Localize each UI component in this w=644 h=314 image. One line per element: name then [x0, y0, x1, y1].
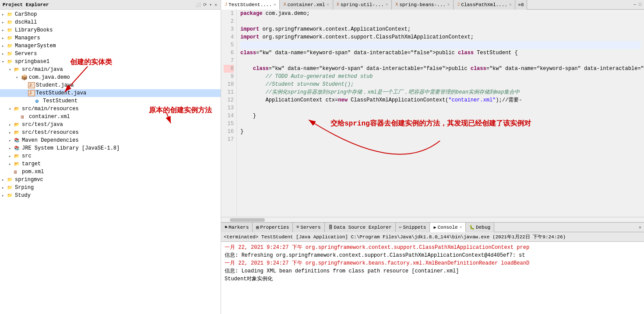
tree-label-teststudent-class: TestStudent: [43, 98, 77, 104]
tree-item-container-xml[interactable]: ⊞container.xml: [0, 113, 221, 121]
tree-arrow-managersystem[interactable]: ▸: [2, 44, 7, 49]
tree-item-librarybooks[interactable]: ▸📁LibraryBooks: [0, 26, 221, 34]
tree-label-container-xml: container.xml: [29, 114, 70, 120]
console-close-icon[interactable]: ✕: [636, 225, 644, 230]
menu-icon[interactable]: ▾: [208, 2, 213, 8]
tree-arrow-springmvc[interactable]: ▸: [2, 178, 7, 182]
tree-item-carshop[interactable]: ▸📁CarShop: [0, 10, 221, 18]
tab-spring-beans[interactable]: X spring-beans-... ✕: [392, 0, 454, 10]
tab-debug[interactable]: 🐛 Debug: [466, 223, 494, 232]
tree-label-librarybooks: LibraryBooks: [15, 27, 53, 33]
tab-close-spring-beans[interactable]: ✕: [447, 2, 450, 7]
tree-arrow-maven-dependencies[interactable]: ▸: [9, 138, 14, 143]
tree-arrow-target[interactable]: ▸: [9, 162, 14, 167]
package-icon: 📦: [21, 74, 28, 81]
line-num-17: 17: [224, 136, 234, 143]
tree-arrow-springbase1[interactable]: ▾: [2, 59, 7, 64]
code-line-17: [240, 136, 640, 143]
tree-label-maven-dependencies: Maven Dependencies: [22, 137, 79, 143]
tab-console-label: Console: [437, 225, 457, 230]
tree-item-src-main-java[interactable]: ▾📂src/main/java: [0, 66, 221, 73]
panel-header-icons: ⬜ ⟳ ▾ ✕: [194, 2, 218, 8]
tab-close-teststudent[interactable]: ✕: [274, 2, 276, 7]
tree-arrow-src-main-resources[interactable]: ▾: [9, 107, 14, 112]
tab-properties[interactable]: ▤ Properties: [253, 223, 293, 232]
collapse-icon[interactable]: ⬜: [194, 2, 201, 8]
tree-item-study[interactable]: ▸📁Study: [0, 192, 221, 199]
tree-item-managersystem[interactable]: ▸📁ManagerSystem: [0, 42, 221, 50]
tree-item-src-test-java[interactable]: ▸📂src/test/java: [0, 121, 221, 129]
tree-arrow-com-java-demo[interactable]: ▾: [16, 75, 21, 80]
tree-arrow-study[interactable]: ▸: [2, 193, 7, 198]
tree-arrow-servers[interactable]: ▸: [2, 52, 7, 56]
tab-overflow[interactable]: »8: [515, 0, 527, 10]
tree-item-teststudent-java[interactable]: JTestStudent.java: [0, 89, 221, 97]
tree-item-student-java[interactable]: JStudent.java: [0, 81, 221, 89]
tree-arrow-src-test-resources[interactable]: ▸: [9, 130, 14, 135]
line-num-4: 4: [224, 33, 234, 41]
tree-arrow-src[interactable]: ▸: [9, 154, 14, 159]
tree-item-dschall[interactable]: ▸📁dscHall: [0, 18, 221, 26]
tree-arrow-jre-system[interactable]: ▸: [9, 146, 14, 151]
close-icon[interactable]: ✕: [214, 2, 218, 8]
code-content[interactable]: package com.java.demo;import org.springf…: [237, 10, 644, 217]
editor-inner[interactable]: 1234567891011121314151617 package com.ja…: [221, 10, 644, 217]
tree-container[interactable]: ▸📁CarShop▸📁dscHall▸📁LibraryBooks▸📁Manage…: [0, 10, 221, 314]
tree-arrow-src-test-java[interactable]: ▸: [9, 122, 14, 127]
line-num-8: 8: [224, 65, 234, 73]
editor-max-icon[interactable]: □: [638, 2, 642, 7]
code-line-8: class="kw" data-name="keyword-span" data…: [240, 65, 640, 73]
horizontal-scrollbar[interactable]: [221, 217, 644, 222]
tab-classpathxml[interactable]: J ClassPathXml.... ✕: [454, 0, 515, 10]
tree-arrow-managers[interactable]: ▸: [2, 36, 7, 41]
import-kw: import: [240, 34, 259, 40]
tree-item-src-test-resources[interactable]: ▸📂src/test/resources: [0, 129, 221, 136]
console-line: 一月 22, 2021 9:24:27 下午 org.springframewo…: [225, 244, 640, 251]
tab-snippets[interactable]: ✂ Snippets: [396, 223, 430, 232]
tree-label-src-main-java: src/main/java: [22, 66, 63, 73]
tab-label-spring-util: spring-util-...: [341, 2, 384, 7]
tree-item-com-java-demo[interactable]: ▾📦com.java.demo: [0, 73, 221, 81]
folder-icon-servers: 📁: [7, 51, 14, 56]
tree-arrow-srping[interactable]: ▸: [2, 185, 7, 190]
xml-icon: ⊞: [21, 114, 28, 120]
tab-markers[interactable]: ⚑ Markers: [221, 223, 253, 232]
tab-debug-label: Debug: [476, 225, 490, 230]
tree-item-managers[interactable]: ▸📁Managers: [0, 34, 221, 42]
tree-item-servers[interactable]: ▸📁Servers: [0, 50, 221, 58]
tab-console[interactable]: ▶ Console ✕: [430, 223, 466, 232]
tree-item-src-main-resources[interactable]: ▾📂src/main/resources: [0, 105, 221, 113]
tree-item-springmvc[interactable]: ▸📁springmvc: [0, 176, 221, 184]
tree-item-maven-dependencies[interactable]: ▸📚Maven Dependencies: [0, 136, 221, 144]
editor-min-icon[interactable]: —: [633, 2, 637, 7]
tree-arrow-dschall[interactable]: ▸: [2, 20, 7, 25]
tree-label-com-java-demo: com.java.demo: [29, 74, 70, 80]
tree-item-teststudent-class[interactable]: ⊕TestStudent: [0, 97, 221, 105]
tree-arrow-librarybooks[interactable]: ▸: [2, 28, 7, 33]
tree-item-src[interactable]: ▸📂src: [0, 152, 221, 160]
tab-teststudent[interactable]: J TestStudent.... ✕: [221, 0, 280, 10]
string-span: "container.xml": [448, 97, 496, 103]
tree-arrow-carshop[interactable]: ▸: [2, 12, 7, 17]
tab-close-classpathxml[interactable]: ✕: [509, 2, 511, 7]
sync-icon[interactable]: ⟳: [202, 2, 208, 8]
main-layout: Project Explorer ⬜ ⟳ ▾ ✕ ▸📁CarShop▸📁dscH…: [0, 0, 644, 314]
tree-arrow-src-main-java[interactable]: ▾: [9, 67, 14, 72]
tab-close-container[interactable]: ✕: [327, 2, 329, 7]
tree-item-pom-xml[interactable]: ⊞pom.xml: [0, 168, 221, 176]
folder-icon-src-main-java: 📂: [14, 67, 21, 72]
tab-datasource[interactable]: 🗄 Data Source Explorer: [325, 223, 396, 232]
tab-close-spring-util[interactable]: ✕: [386, 2, 388, 7]
folder-icon-springmvc: 📁: [7, 177, 14, 182]
scrollbar-thumb[interactable]: [230, 218, 265, 222]
tree-label-student-java: Student.java: [36, 82, 74, 88]
tree-item-target[interactable]: ▸📂target: [0, 160, 221, 168]
tab-spring-util[interactable]: X spring-util-... ✕: [333, 0, 392, 10]
keyword-span: class: [458, 50, 474, 56]
tab-close-console[interactable]: ✕: [460, 225, 462, 230]
tab-servers[interactable]: ≡ Servers: [293, 223, 324, 232]
tab-container-xml[interactable]: X container.xml ✕: [280, 0, 333, 10]
tree-item-springbase1[interactable]: ▾📁springbase1: [0, 58, 221, 66]
tree-item-jre-system[interactable]: ▸📚JRE System Library [JavaSE-1.8]: [0, 144, 221, 152]
tree-item-srping[interactable]: ▸📁Srping: [0, 184, 221, 192]
